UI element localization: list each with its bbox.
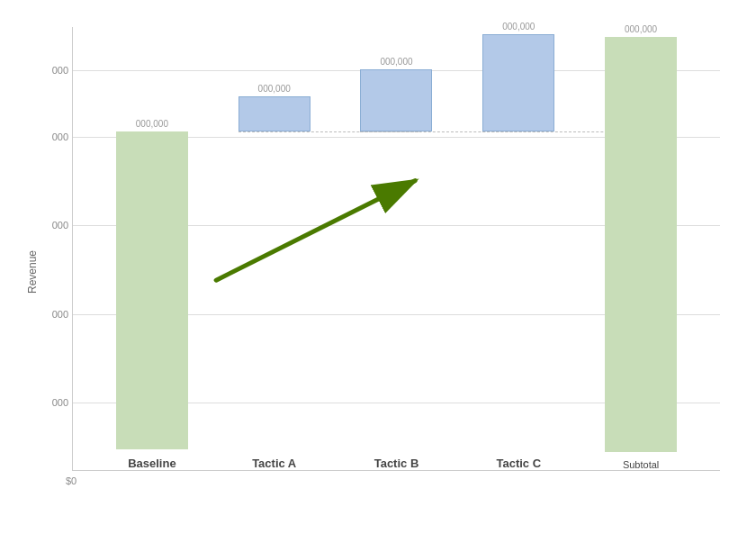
y-tick-label: 000: [28, 220, 68, 231]
bar-group-baseline: 000,000Baseline: [116, 119, 188, 470]
chart-area: 000000000000000 000,000Baseline000,000Ta…: [72, 27, 720, 471]
y-tick-label: 000: [28, 309, 68, 320]
bar-subtotal: [605, 37, 677, 452]
bar-value-label: 000,000: [136, 119, 168, 129]
bar-increment-tactic-c: [482, 34, 554, 131]
x-zero-label: $0: [66, 475, 76, 486]
bar-value-label: 000,000: [380, 57, 412, 67]
bar-increment-tactic-b: [360, 69, 432, 131]
bar-waterfall-outer: [482, 34, 554, 449]
x-label-tactic-c: Tactic C: [496, 457, 541, 470]
y-tick-label: 000: [28, 131, 68, 142]
x-label-baseline: Baseline: [128, 457, 176, 470]
x-label-tactic-a: Tactic A: [252, 457, 296, 470]
bar-value-label: 000,000: [502, 22, 535, 32]
bar-increment-tactic-a: [238, 96, 310, 131]
bar-group-tactic-a: 000,000Tactic A: [238, 84, 310, 470]
y-axis-label: Revenue: [26, 249, 39, 293]
bar-group-tactic-b: 000,000Tactic B: [360, 57, 432, 470]
y-tick-label: 000: [28, 65, 68, 76]
bar-baseline: [116, 131, 188, 449]
y-tick-label: 000: [28, 397, 68, 408]
bar-waterfall-outer: [360, 69, 432, 449]
bar-value-label: 000,000: [258, 84, 291, 94]
bar-value-label: 000,000: [625, 24, 657, 34]
bar-group-tactic-c: 000,000Tactic C: [482, 22, 554, 470]
x-label-tactic-b: Tactic B: [374, 457, 419, 470]
chart-container: Revenue 000000000000000 000,000Baseline0…: [0, 0, 756, 543]
bar-waterfall-outer: [238, 96, 310, 449]
bar-group-subtotal: 000,000Subtotal: [605, 24, 677, 470]
bars-wrapper: 000,000Baseline000,000Tactic A000,000Tac…: [73, 27, 720, 470]
x-label-subtotal: Subtotal: [623, 459, 659, 470]
